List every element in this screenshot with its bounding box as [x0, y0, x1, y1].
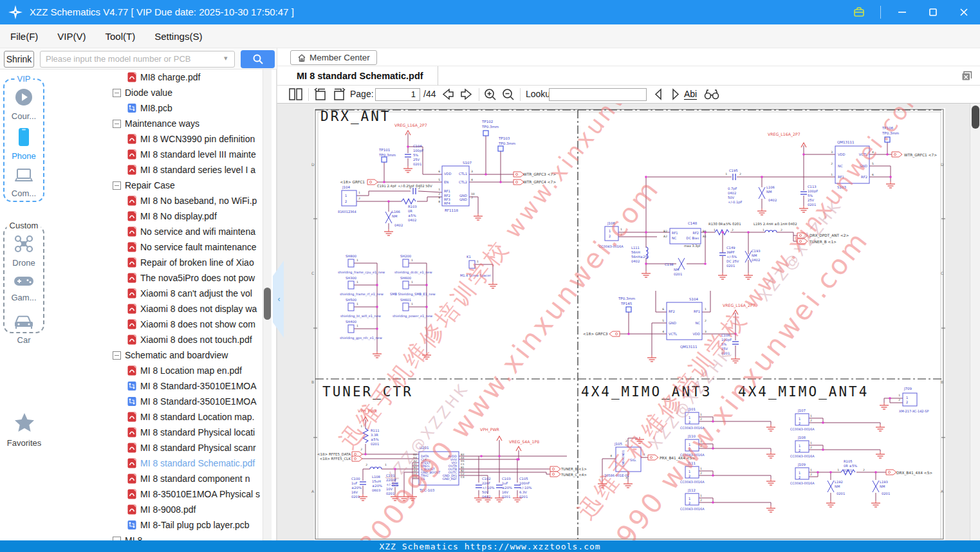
- tree-file[interactable]: MI 8 No baseband, no WiFi.p: [48, 193, 267, 208]
- svg-text:max 3.3pf: max 3.3pf: [684, 244, 701, 248]
- tree-file[interactable]: Xiaomi 8 does not touch.pdf: [48, 332, 267, 347]
- menu-item-1[interactable]: VIP(V): [57, 31, 86, 42]
- svg-text:NC: NC: [695, 321, 700, 325]
- shrink-button[interactable]: Shrink: [4, 51, 34, 68]
- svg-text:1: 1: [356, 302, 358, 306]
- svg-text:<18> RFFE5_DATA: <18> RFFE5_DATA: [317, 452, 351, 457]
- tree-file[interactable]: MI 8 standard Location map.: [48, 409, 267, 425]
- canvas-scrollbar[interactable]: [970, 104, 980, 540]
- find-next-icon[interactable]: [670, 87, 681, 103]
- sidebar-item-car[interactable]: Car: [5, 314, 43, 345]
- model-search-input[interactable]: Please input the model number or PCB: [40, 51, 235, 68]
- tree-file[interactable]: MI 8 WCN3990 pin definition: [48, 131, 267, 147]
- zoom-out-icon[interactable]: [501, 87, 515, 104]
- menu-item-3[interactable]: Settings(S): [154, 31, 202, 42]
- canvas-scrollbar-thumb[interactable]: [972, 106, 979, 129]
- tree-file[interactable]: MI 8 standard component n: [48, 471, 267, 486]
- tree-file[interactable]: Xiaomi 8 can't adjust the vol: [48, 286, 267, 301]
- collapse-icon[interactable]: [113, 89, 121, 97]
- tree-file[interactable]: No service fault maintenance: [48, 239, 267, 255]
- svg-text:DC 25V: DC 25V: [726, 259, 739, 263]
- sidebar-item-phone[interactable]: Phone: [5, 127, 43, 161]
- tree-file[interactable]: MI 8 No display.pdf: [48, 208, 267, 224]
- svg-text:2: 2: [732, 228, 734, 232]
- tree-file[interactable]: MI 8 Standard-35010E1MOA: [48, 378, 267, 394]
- svg-text:CC0043-0016A: CC0043-0016A: [790, 481, 815, 485]
- tree-node[interactable]: Maintenance ways: [48, 116, 267, 131]
- rotate-left-icon[interactable]: [313, 87, 328, 104]
- svg-text:2: 2: [810, 446, 812, 449]
- chevron-down-icon[interactable]: ▾: [224, 54, 228, 62]
- menu-bar: File(F)VIP(V)Tool(T)Settings(S): [0, 24, 980, 48]
- tree-scrollbar-thumb[interactable]: [264, 288, 271, 320]
- previous-page-icon[interactable]: [440, 87, 456, 103]
- svg-text:VDD: VDD: [444, 172, 452, 176]
- tree-file[interactable]: MI 8-35010E1MOA Physical s: [48, 486, 267, 502]
- tab-document[interactable]: MI 8 standard Schematic.pdf: [290, 66, 438, 86]
- rotate-right-icon[interactable]: [331, 87, 346, 104]
- member-center-button[interactable]: Member Center: [290, 50, 377, 65]
- tree-file[interactable]: MI 8 standard Schematic.pdf: [48, 455, 267, 471]
- tree-file[interactable]: MI 8-Tail plug pcb layer.pcb: [48, 517, 267, 533]
- sidebar-item-com[interactable]: Com...: [5, 167, 43, 198]
- svg-text:QM13111: QM13111: [680, 345, 698, 349]
- sidebar-item-favorites[interactable]: Favorites: [0, 412, 48, 448]
- sidebar-item-gam[interactable]: Gam...: [5, 274, 43, 302]
- search-button[interactable]: [241, 50, 275, 68]
- menu-item-2[interactable]: Tool(T): [106, 31, 136, 42]
- tree-file[interactable]: MI 8 standard Physical locati: [48, 425, 267, 440]
- tree-item-label: Schematic and boardview: [125, 350, 228, 360]
- tree-file[interactable]: MI 8 Location map en.pdf: [48, 363, 267, 378]
- svg-text:B1: B1: [703, 230, 707, 233]
- sidebar-item-drone[interactable]: Drone: [5, 234, 43, 268]
- close-document-icon[interactable]: [961, 71, 972, 84]
- svg-text:0402: 0402: [752, 258, 760, 262]
- binoculars-icon[interactable]: [703, 87, 720, 104]
- tree-file[interactable]: MI 8 standard Physical scanr: [48, 440, 267, 455]
- tree-file[interactable]: The nova5iPro does not pow: [48, 270, 267, 286]
- lookup-input[interactable]: [549, 88, 647, 101]
- find-previous-icon[interactable]: [652, 87, 664, 103]
- collapse-icon[interactable]: [113, 120, 121, 128]
- menu-item-0[interactable]: File(F): [10, 31, 38, 42]
- collapse-icon[interactable]: [113, 181, 121, 190]
- license-icon[interactable]: [849, 4, 869, 21]
- next-page-icon[interactable]: [459, 87, 474, 103]
- svg-text:shielding_dcdc_e1_new: shielding_dcdc_e1_new: [394, 270, 432, 275]
- pdf-icon: [127, 489, 136, 499]
- status-bar: XZZ Schematics https://www.xzztools.com: [0, 540, 980, 552]
- tree-file[interactable]: MI 8 Standard-35010E1MOA: [48, 394, 267, 409]
- zoom-in-icon[interactable]: [483, 87, 497, 104]
- tree-node[interactable]: Schematic and boardview: [48, 347, 267, 363]
- sidebar-item-cour[interactable]: Cour...: [5, 87, 43, 121]
- tree-file[interactable]: No service and wifi maintena: [48, 224, 267, 239]
- chevron-left-icon: ‹: [278, 295, 281, 304]
- svg-text:1: 1: [700, 494, 702, 497]
- tree-file[interactable]: MI8.pcb: [48, 100, 267, 116]
- match-case-toggle[interactable]: Abi: [684, 89, 697, 100]
- tree-file[interactable]: Xiaomi 8 does not show com: [48, 317, 267, 332]
- two-page-view-icon[interactable]: [288, 87, 304, 103]
- svg-text:1: 1: [358, 191, 360, 194]
- tree-node[interactable]: MI 8: [48, 533, 267, 540]
- tree-file[interactable]: MI 8 standard series level I a: [48, 162, 267, 178]
- tree-item-label: Xiaomi 8 does not display wa: [140, 304, 257, 314]
- pdf-icon: [127, 226, 136, 237]
- tree-file[interactable]: Repair of broken line of Xiao: [48, 255, 267, 270]
- tree-file[interactable]: Xiaomi 8 does not display wa: [48, 301, 267, 317]
- tree-file[interactable]: MI 8 standard level III mainte: [48, 147, 267, 162]
- schematic-canvas[interactable]: VREG_L16A_2P7TP102TP0.3mmTP103TP0.3mmTP1…: [277, 104, 980, 540]
- tree-node[interactable]: Repair Case: [48, 178, 267, 193]
- maximize-button[interactable]: [923, 4, 943, 21]
- close-button[interactable]: [954, 4, 974, 21]
- sidebar-item-label: Favorites: [0, 438, 48, 448]
- sidebar-item-label: Cour...: [5, 111, 43, 121]
- tree-file[interactable]: MI 8-9008.pdf: [48, 502, 267, 517]
- svg-text:1: 1: [810, 414, 812, 418]
- minimize-button[interactable]: [892, 4, 912, 21]
- tree-file[interactable]: MI8 charge.pdf: [48, 69, 267, 85]
- page-number-input[interactable]: 1: [375, 88, 420, 101]
- tree-node[interactable]: Diode value: [48, 85, 267, 100]
- collapse-icon[interactable]: [113, 351, 121, 360]
- svg-text:TP103: TP103: [498, 136, 510, 140]
